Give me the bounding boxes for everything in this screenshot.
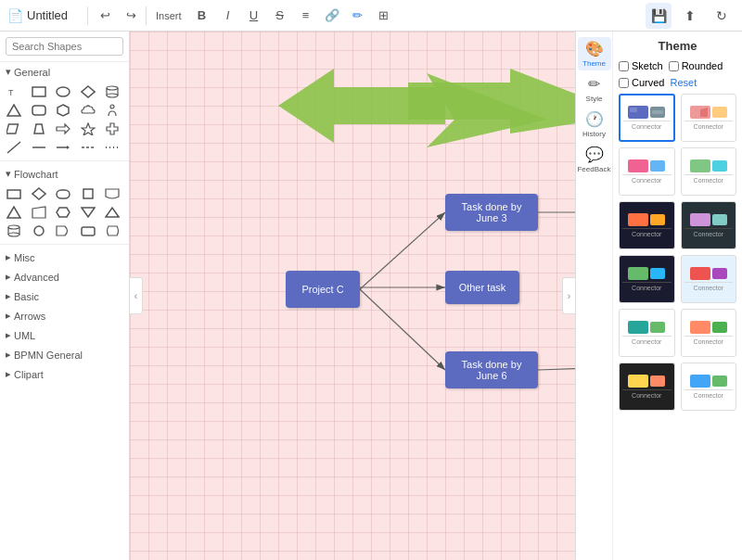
bold-button[interactable]: B (191, 5, 213, 27)
fc-prep[interactable] (53, 204, 73, 221)
fc-display[interactable] (102, 223, 122, 239)
node-task-june3[interactable]: Task done by June 3 (445, 194, 538, 231)
svg-marker-15 (82, 123, 95, 135)
svg-rect-48 (652, 110, 663, 114)
trapezoid-shape[interactable] (29, 121, 49, 137)
node-project-c[interactable]: Project C (286, 271, 360, 308)
style-button[interactable]: ✏ Style (578, 72, 611, 106)
italic-button[interactable]: I (217, 5, 239, 27)
draw-button[interactable]: ✏ (347, 5, 369, 27)
fc-extract[interactable] (78, 204, 98, 221)
fc-merge[interactable] (102, 204, 122, 221)
oval-shape[interactable] (53, 83, 73, 100)
link-button[interactable]: 🔗 (321, 5, 343, 27)
fc-decision[interactable] (29, 185, 49, 202)
fc-triangle2[interactable] (4, 204, 24, 221)
roundrect-shape[interactable] (29, 102, 49, 119)
style-label: Style (586, 95, 603, 103)
svg-marker-14 (57, 124, 70, 134)
undo-button[interactable]: ↩ (94, 5, 116, 27)
share-button[interactable]: ⬆ (677, 3, 703, 29)
node-other-task[interactable]: Other task (445, 271, 519, 304)
hexagon-shape[interactable] (53, 102, 73, 119)
fc-manual[interactable] (29, 204, 49, 221)
svg-point-4 (107, 86, 118, 90)
fc-data[interactable] (78, 185, 98, 202)
curved-checkbox[interactable]: Curved (619, 77, 664, 88)
format-button[interactable]: ≡ (295, 5, 317, 27)
fc-connector[interactable] (29, 223, 49, 239)
fc-startstop[interactable] (53, 185, 73, 202)
fc-alt-process[interactable] (78, 223, 98, 239)
section-clipart[interactable]: ▸ Clipart (0, 364, 129, 384)
diamond-shape[interactable] (78, 83, 98, 100)
line-shape[interactable] (4, 139, 24, 156)
fc-delay[interactable] (53, 223, 73, 239)
section-arrows[interactable]: ▸ Arrows (0, 306, 129, 325)
insert-button[interactable]: Insert (150, 5, 187, 27)
theme-card-warm[interactable]: Connector (681, 309, 737, 357)
left-panel-collapse[interactable]: ‹ (130, 277, 143, 314)
theme-connector-dark3: Connector (622, 282, 672, 291)
fc-database[interactable] (4, 223, 24, 239)
node-task-june6[interactable]: Task done by June 6 (445, 351, 538, 388)
curved-input[interactable] (619, 78, 629, 88)
section-advanced[interactable]: ▸ Advanced (0, 267, 129, 286)
canvas[interactable]: ‹ (130, 32, 575, 560)
cylinder-shape[interactable] (102, 83, 122, 100)
theme-card-dark2[interactable]: Connector (681, 201, 737, 249)
rounded-input[interactable] (669, 61, 679, 71)
search-input[interactable] (6, 37, 123, 56)
text-shape[interactable]: T (4, 83, 24, 100)
section-basic[interactable]: ▸ Basic (0, 286, 129, 306)
dotted-line-shape[interactable] (102, 139, 122, 156)
cross-shape[interactable] (102, 121, 122, 137)
sketch-checkbox[interactable]: Sketch (619, 60, 663, 71)
section-label-arrows: Arrows (14, 311, 45, 322)
strikethrough-button[interactable]: S (269, 5, 291, 27)
arrow-line-shape[interactable] (53, 139, 73, 156)
section-general[interactable]: ▾ General (0, 62, 129, 82)
theme-card-teal[interactable]: Connector (619, 309, 675, 357)
svg-point-2 (57, 87, 70, 96)
arrow-right-shape[interactable] (53, 121, 73, 137)
save-button[interactable]: 💾 (646, 3, 672, 29)
section-misc[interactable]: ▸ Misc (0, 248, 129, 267)
more-button[interactable]: ↻ (709, 3, 735, 29)
fc-process[interactable] (4, 185, 24, 202)
table-button[interactable]: ⊞ (373, 5, 395, 27)
redo-button[interactable]: ↪ (120, 5, 142, 27)
parallelogram-shape[interactable] (4, 121, 24, 137)
cloud-shape[interactable] (78, 102, 98, 119)
theme-card-dark1[interactable]: Connector (619, 201, 675, 249)
reset-button[interactable]: Reset (670, 77, 697, 88)
section-uml[interactable]: ▸ UML (0, 325, 129, 345)
triangle-shape[interactable] (4, 102, 24, 119)
right-panel-collapse[interactable]: › (562, 277, 575, 314)
theme-card-green[interactable]: Connector (681, 147, 737, 196)
right-side: 🎨 Theme ✏ Style 🕐 History 💬 FeedBack The… (575, 32, 742, 560)
sketch-input[interactable] (619, 61, 629, 71)
theme-card-pink[interactable]: Connector (619, 147, 675, 196)
underline-button[interactable]: U (243, 5, 265, 27)
dashed-line-shape[interactable] (78, 139, 98, 156)
theme-button[interactable]: 🎨 Theme (578, 37, 611, 70)
rounded-checkbox[interactable]: Rounded (669, 60, 723, 71)
theme-card-default[interactable]: Connector (619, 94, 675, 142)
theme-card-blue-light[interactable]: Connector (681, 255, 737, 303)
line2-shape[interactable] (29, 139, 49, 156)
theme-card-dark4[interactable]: Connector (619, 363, 675, 411)
theme-card-dark3[interactable]: Connector (619, 255, 675, 303)
section-bpmn[interactable]: ▸ BPMN General (0, 345, 129, 364)
history-button[interactable]: 🕐 History (578, 108, 611, 141)
fc-document[interactable] (102, 185, 122, 202)
person-shape[interactable] (102, 102, 122, 119)
feedback-button[interactable]: 💬 FeedBack (578, 143, 611, 176)
section-flowchart[interactable]: ▾ Flowchart (0, 164, 129, 184)
theme-card-blue2[interactable]: Connector (681, 363, 737, 411)
theme-card-orange[interactable]: Connector (681, 94, 736, 142)
chevron-right-icon-clipart: ▸ (6, 368, 11, 380)
star-shape[interactable] (78, 121, 98, 137)
rect-shape[interactable] (29, 83, 49, 100)
divider-1 (87, 6, 88, 25)
